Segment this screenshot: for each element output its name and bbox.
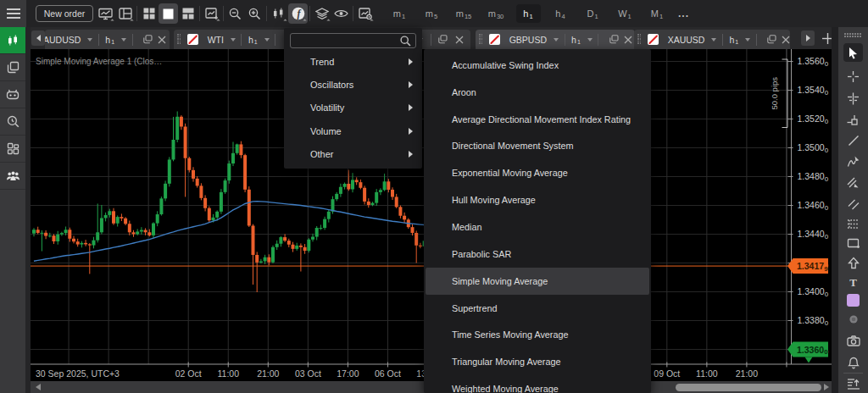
indicator-item-median[interactable]: Median xyxy=(426,213,649,241)
indicator-item-parabolic-sar[interactable]: Parabolic SAR xyxy=(426,241,649,268)
drag-handle-icon[interactable] xyxy=(844,33,862,38)
symbol-dropdown-icon[interactable] xyxy=(554,38,559,42)
tab-scroll-left-button[interactable] xyxy=(31,30,45,46)
chart-tab-XAUUSD[interactable]: XAUUSD h 1 xyxy=(634,30,790,49)
candle-body xyxy=(375,192,378,203)
sidebar-robot-button[interactable] xyxy=(0,81,25,108)
indicator-item-aroon[interactable]: Aroon xyxy=(426,79,649,106)
indicator-item-hull-moving-average[interactable]: Hull Moving Average xyxy=(426,186,649,213)
parallel-lines-tool-button[interactable] xyxy=(843,195,863,213)
split-view-button[interactable] xyxy=(178,3,198,24)
indicator-item-exponential-moving-average[interactable]: Exponential Moving Average xyxy=(426,159,649,186)
camera-snapshot-button[interactable] xyxy=(843,331,863,350)
indicator-category-volatility[interactable]: Volatility xyxy=(284,97,422,119)
timeframe-m15-button[interactable]: m15 xyxy=(452,4,476,23)
indicator-item-simple-moving-average[interactable]: Simple Moving Average xyxy=(426,268,649,295)
timeframe-h1-button[interactable]: h1 xyxy=(516,4,541,23)
crosshair-button[interactable] xyxy=(843,67,863,86)
dropdown-corner-icon xyxy=(216,19,220,22)
tab-scroll-right-button[interactable] xyxy=(801,30,815,46)
timeframe-m30-button[interactable]: m30 xyxy=(484,4,509,23)
sidebar-copy-pages-button[interactable] xyxy=(0,54,25,81)
maximized-view-button[interactable] xyxy=(159,3,178,24)
timeframe-dropdown-icon[interactable] xyxy=(264,38,270,42)
symbol-dropdown-icon[interactable] xyxy=(711,38,716,42)
sidebar-dashboard-widgets-button[interactable] xyxy=(0,136,25,163)
indicator-item-directional-movement-system[interactable]: Directional Movement System xyxy=(426,133,649,160)
tab-close-icon[interactable] xyxy=(158,36,166,44)
sidebar-people-group-button[interactable] xyxy=(0,163,25,190)
horizontal-line-tool-button[interactable] xyxy=(843,110,863,129)
indicator-item-supertrend[interactable]: Supertrend xyxy=(426,295,649,322)
hamburger-menu-button[interactable] xyxy=(0,0,26,27)
alerts-bell-button[interactable] xyxy=(843,353,863,372)
tab-close-icon[interactable] xyxy=(455,36,464,44)
sidebar-search-zoom-button[interactable] xyxy=(0,108,25,136)
tab-drag-handle[interactable] xyxy=(479,34,483,45)
more-timeframes-button[interactable]: ... xyxy=(678,8,689,19)
candle-body xyxy=(271,247,275,263)
arrow-marker-button[interactable] xyxy=(843,253,863,272)
dim-circle-button[interactable] xyxy=(843,310,863,329)
new-order-button[interactable]: New order xyxy=(36,5,93,22)
candle-body xyxy=(299,246,303,247)
scrollbar-right-arrow[interactable] xyxy=(824,384,829,390)
color-swatch-button[interactable] xyxy=(843,291,863,309)
timeframe-m1-button[interactable]: m1 xyxy=(387,4,412,23)
tab-link-icon[interactable] xyxy=(767,35,776,44)
chart-tab-AUDUSD[interactable]: AUDUSD h 1 xyxy=(45,30,170,49)
timeframe-W1-button[interactable]: W1 xyxy=(613,4,637,23)
chart-tab-GBPUSD[interactable]: GBPUSD h 1 xyxy=(476,30,635,49)
indicator-item-weighted-moving-average[interactable]: Weighted Moving Average xyxy=(426,375,649,393)
timeframe-dropdown-icon[interactable] xyxy=(745,38,750,42)
export-data-button[interactable] xyxy=(843,374,863,393)
channel-tool-button[interactable] xyxy=(843,174,863,192)
zoom-in-button[interactable] xyxy=(245,3,264,24)
indicator-item-accumulative-swing-index[interactable]: Accumulative Swing Index xyxy=(426,52,649,79)
tab-link-icon[interactable] xyxy=(143,35,153,44)
indicator-item-time-series-moving-average[interactable]: Time Series Moving Average xyxy=(426,321,649,348)
scrollbar-left-arrow[interactable] xyxy=(36,384,41,390)
timeframe-dropdown-icon[interactable] xyxy=(587,38,593,42)
indicator-category-other[interactable]: Other xyxy=(284,143,422,166)
tab-link-icon[interactable] xyxy=(438,35,448,44)
cursor-pointer-button[interactable] xyxy=(843,43,863,62)
new-chart-button[interactable] xyxy=(202,3,221,24)
timeframe-M1-button[interactable]: M1 xyxy=(645,4,670,23)
text-tool-button[interactable]: T xyxy=(843,272,863,291)
objects-layers-button[interactable] xyxy=(312,3,331,24)
sidebar-candlestick-chart-button[interactable] xyxy=(0,27,25,54)
tab-close-icon[interactable] xyxy=(624,36,632,44)
timeframe-h4-button[interactable]: h4 xyxy=(548,4,573,23)
tab-drag-handle[interactable] xyxy=(637,34,642,45)
tab-link-icon[interactable] xyxy=(609,35,619,44)
timeframe-dropdown-icon[interactable] xyxy=(121,38,126,42)
indicator-item-triangular-moving-average[interactable]: Triangular Moving Average xyxy=(426,348,649,375)
visibility-eye-button[interactable] xyxy=(331,3,351,24)
fibonacci-tool-button[interactable] xyxy=(843,214,863,233)
tab-close-icon[interactable] xyxy=(782,36,790,44)
chart-type-candles-button[interactable] xyxy=(269,3,288,24)
indicator-category-trend[interactable]: Trend xyxy=(284,50,422,73)
window-layout-button[interactable] xyxy=(115,3,135,24)
tab-drag-handle[interactable] xyxy=(177,34,181,45)
candle-body xyxy=(159,198,163,214)
shapes-rectangle-button[interactable] xyxy=(843,234,863,252)
symbol-dropdown-icon[interactable] xyxy=(231,38,236,42)
monitor-chart-button[interactable] xyxy=(96,3,115,24)
zoom-out-button[interactable] xyxy=(225,3,245,24)
indicator-category-volume[interactable]: Volume xyxy=(284,119,422,142)
grid-view-button[interactable] xyxy=(139,3,159,24)
freehand-draw-button[interactable] xyxy=(843,152,863,171)
crosshair-measure-button[interactable] xyxy=(843,89,863,108)
indicator-item-average-directional-movement-index-rating[interactable]: Average Directional Movement Index Ratin… xyxy=(426,106,649,133)
scrollbar-thumb[interactable] xyxy=(676,384,821,391)
symbol-dropdown-icon[interactable] xyxy=(87,38,92,42)
timeframe-D1-button[interactable]: D1 xyxy=(581,4,605,23)
chart-settings-button[interactable] xyxy=(355,3,375,24)
indicator-search-input[interactable] xyxy=(291,35,400,47)
indicator-category-oscillators[interactable]: Oscillators xyxy=(284,73,422,96)
indicators-f-button[interactable]: f xyxy=(288,3,308,24)
trend-line-tool-button[interactable] xyxy=(843,131,863,150)
timeframe-m5-button[interactable]: m5 xyxy=(420,4,444,23)
